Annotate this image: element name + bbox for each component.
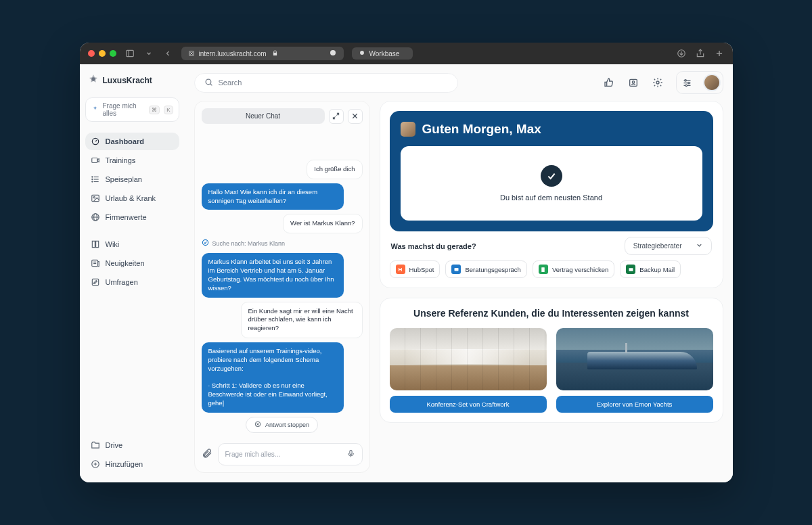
stop-label: Antwort stoppen [265, 421, 309, 428]
svg-rect-31 [92, 279, 98, 285]
sidebar-item-label: Urlaub & Krank [106, 194, 156, 202]
reference-tile: Konferenz-Set von Craftwork [390, 328, 547, 413]
sidebar-item-drive[interactable]: Drive [85, 436, 179, 454]
reference-title: Unsere Referenz Kunden, die du Interesse… [390, 308, 713, 319]
svg-marker-16 [97, 159, 98, 162]
paperclip-icon[interactable] [202, 448, 212, 461]
message-assistant: Basierend auf unserem Trainings-video, p… [202, 342, 344, 413]
lock-icon [272, 50, 278, 58]
action-hubspot[interactable]: HHubSpot [390, 260, 441, 278]
reference-button[interactable]: Konferenz-Set von Craftwork [390, 396, 547, 413]
action-vertrag[interactable]: Vertrag verschicken [533, 260, 614, 278]
sparkle-icon [91, 106, 99, 114]
reference-image-conference[interactable] [390, 328, 547, 390]
sidebar-toggle-icon[interactable] [125, 48, 135, 59]
sidebar-item-label: Drive [106, 441, 123, 449]
sidebar-item-label: Umfragen [106, 278, 138, 286]
sidebar-item-umfragen[interactable]: Umfragen [85, 273, 179, 291]
sidebar-item-dashboard[interactable]: Dashboard [85, 133, 179, 150]
reference-tiles: Konferenz-Set von Craftwork Explorer von… [390, 328, 713, 413]
nav-primary: Dashboard Trainings Speiseplan Urlaub & … [85, 133, 179, 226]
svg-rect-54 [349, 451, 351, 455]
traffic-lights [88, 50, 116, 57]
ask-anything-button[interactable]: Frage mich alles ⌘ K [85, 97, 179, 122]
sidebar-item-label: Speiseplan [106, 175, 142, 183]
action-label: HubSpot [409, 266, 434, 273]
action-backup[interactable]: Backup Mail [620, 260, 681, 278]
svg-point-21 [91, 179, 92, 179]
brand: LuxusKracht [85, 74, 179, 87]
chat-messages: Ich grüße dich Hallo Max! Wie kann ich d… [202, 129, 363, 438]
activity-select[interactable]: Strategieberater [625, 237, 712, 255]
kbd-cmd: ⌘ [149, 106, 160, 114]
svg-rect-15 [91, 158, 97, 163]
gauge-icon [91, 137, 100, 146]
gear-icon[interactable] [649, 74, 667, 91]
sidebar-item-urlaub[interactable]: Urlaub & Krank [85, 189, 179, 207]
stop-icon [254, 421, 261, 429]
sidebar-item-trainings[interactable]: Trainings [85, 152, 179, 169]
book-icon [91, 239, 100, 249]
close-icon[interactable] [88, 50, 95, 57]
status-text: Du bist auf dem neusten Stand [500, 193, 602, 202]
svg-point-43 [685, 79, 687, 81]
back-icon[interactable] [162, 48, 173, 59]
close-chat-icon[interactable] [348, 109, 363, 124]
sidebar-item-speiseplan[interactable]: Speiseplan [85, 170, 179, 188]
contact-icon[interactable] [625, 74, 642, 91]
reference-tile: Explorer von Emon Yachts [556, 328, 713, 413]
thumbs-up-icon[interactable] [600, 74, 618, 91]
chevron-down-icon [696, 242, 703, 250]
app-body: LuxusKracht Frage mich alles ⌘ K Dashboa… [80, 64, 733, 482]
expand-icon[interactable] [329, 109, 344, 124]
address-bar[interactable]: intern.luxuskracht.com [181, 47, 344, 60]
url-text: intern.luxuskracht.com [199, 50, 267, 58]
new-tab-icon[interactable] [714, 48, 725, 59]
mic-icon[interactable] [346, 449, 355, 459]
content: Search Neuer Chat [185, 64, 733, 482]
action-label: Backup Mail [639, 266, 675, 273]
preferences-button[interactable] [676, 71, 723, 94]
hubspot-icon: H [396, 265, 405, 274]
tab-favicon-icon [359, 49, 365, 58]
action-beratung[interactable]: Beratungsgespräch [445, 260, 526, 278]
share-icon[interactable] [695, 48, 706, 59]
sidebar-item-neuigkeiten[interactable]: Neuigkeiten [85, 254, 179, 272]
maximize-icon[interactable] [110, 50, 116, 57]
avatar[interactable] [703, 74, 721, 91]
stop-response-button[interactable]: Antwort stoppen [246, 417, 318, 433]
sidebar-item-wiki[interactable]: Wiki [85, 235, 179, 253]
greeting-card: Guten Morgen, Max Du bist auf dem neuste… [380, 101, 723, 288]
chat-input-row: Frage mich alles... [202, 443, 363, 465]
sidebar-item-hinzufuegen[interactable]: Hinzufügen [85, 455, 179, 473]
browser-tab[interactable]: Workbase [352, 47, 413, 60]
image-icon [91, 193, 100, 203]
svg-line-36 [210, 83, 212, 85]
sliders-icon [679, 74, 696, 91]
svg-point-5 [330, 50, 336, 55]
list-icon [91, 175, 100, 184]
chat-input-placeholder: Frage mich alles... [225, 451, 281, 458]
reference-image-yacht[interactable] [556, 328, 713, 390]
app-window: intern.luxuskracht.com Workbase [80, 43, 733, 482]
svg-point-35 [206, 79, 211, 85]
sidebar-item-label: Hinzufügen [106, 460, 143, 468]
sidebar-item-firmenwerte[interactable]: Firmenwerte [85, 208, 179, 226]
reference-button[interactable]: Explorer von Emon Yachts [556, 396, 713, 413]
brand-name: LuxusKracht [103, 76, 152, 85]
download-icon[interactable] [676, 48, 687, 59]
chat-input[interactable]: Frage mich alles... [218, 443, 363, 465]
new-chat-button[interactable]: Neuer Chat [202, 108, 325, 124]
chat-header: Neuer Chat [202, 108, 363, 124]
search-input[interactable]: Search [194, 73, 458, 93]
message-user: Ich grüße dich [307, 160, 362, 179]
mail-icon [626, 265, 635, 274]
reader-icon[interactable] [329, 49, 337, 58]
chevron-down-icon[interactable] [143, 48, 154, 59]
ask-label: Frage mich alles [103, 102, 145, 117]
folder-icon [91, 440, 100, 450]
minimize-icon[interactable] [99, 50, 106, 57]
sidebar-item-label: Firmenwerte [106, 213, 147, 221]
news-icon [91, 258, 100, 268]
activity-selected: Strategieberater [633, 242, 682, 250]
